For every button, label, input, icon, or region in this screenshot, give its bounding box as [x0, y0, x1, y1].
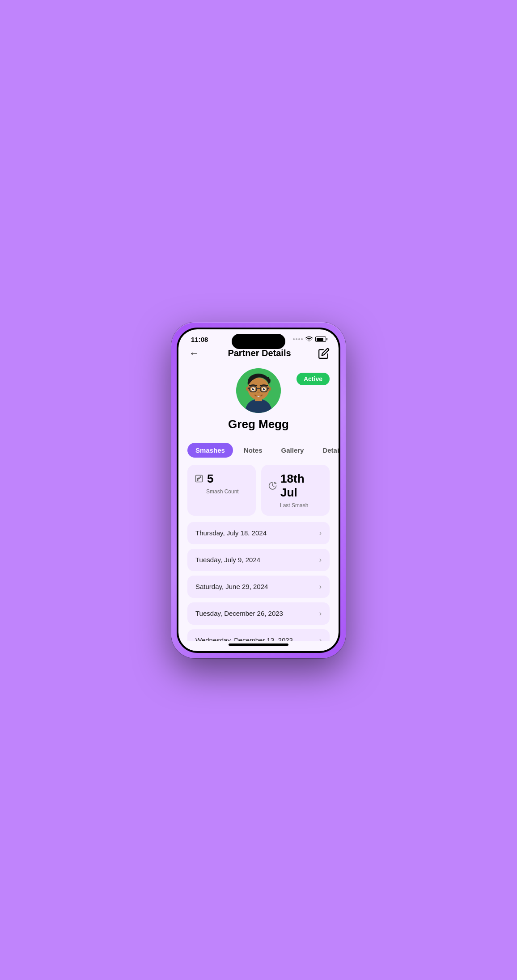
- chevron-icon-3: ›: [319, 610, 322, 618]
- profile-section: Active Greg Megg: [187, 368, 330, 437]
- date-text-2: Saturday, June 29, 2024: [195, 583, 268, 590]
- back-button[interactable]: ←: [187, 346, 201, 361]
- phone-screen: 11:08: [178, 329, 339, 651]
- date-text-3: Tuesday, December 26, 2023: [195, 610, 283, 617]
- svg-point-21: [197, 478, 199, 479]
- svg-point-13: [263, 388, 265, 390]
- date-text-1: Tuesday, July 9, 2024: [195, 556, 260, 564]
- wifi-icon: [305, 336, 313, 342]
- home-indicator[interactable]: [229, 644, 288, 646]
- svg-point-12: [252, 388, 254, 390]
- smash-count-icon-row: 5: [195, 472, 213, 486]
- tab-details[interactable]: Details: [314, 443, 339, 458]
- date-text-4: Wednesday, December 13, 2023: [195, 636, 293, 641]
- avatar: [236, 368, 281, 413]
- active-badge: Active: [297, 373, 330, 385]
- main-content: ← Partner Details: [178, 346, 339, 641]
- clock-refresh-icon: [268, 481, 277, 490]
- smash-count-value: 5: [207, 472, 213, 486]
- edit-icon[interactable]: [318, 348, 330, 359]
- tab-smashes[interactable]: Smashes: [187, 443, 233, 458]
- status-bar: 11:08: [178, 329, 339, 346]
- date-item-1[interactable]: Tuesday, July 9, 2024 ›: [187, 549, 330, 571]
- smash-count-card: 5 Smash Count: [187, 465, 256, 516]
- tab-gallery[interactable]: Gallery: [273, 443, 312, 458]
- signal-icon: [293, 338, 303, 340]
- svg-point-20: [200, 476, 201, 478]
- phone-inner: 11:08: [177, 328, 340, 653]
- last-smash-card: 18th Jul Last Smash: [261, 465, 330, 516]
- chevron-icon-2: ›: [319, 583, 322, 591]
- svg-point-18: [197, 479, 198, 481]
- status-time: 11:08: [191, 336, 208, 343]
- chevron-icon-0: ›: [319, 529, 322, 537]
- date-item-0[interactable]: Thursday, July 18, 2024 ›: [187, 522, 330, 544]
- battery-icon: [315, 336, 326, 342]
- svg-point-16: [257, 391, 260, 393]
- page-title: Partner Details: [228, 348, 291, 358]
- date-item-2[interactable]: Saturday, June 29, 2024 ›: [187, 576, 330, 598]
- last-smash-value: 18th Jul: [280, 472, 322, 500]
- date-text-0: Thursday, July 18, 2024: [195, 529, 267, 537]
- last-smash-label: Last Smash: [280, 502, 308, 509]
- status-icons: [293, 336, 326, 342]
- scatter-icon: [195, 474, 203, 483]
- stats-row: 5 Smash Count 18: [187, 465, 330, 516]
- date-item-4[interactable]: Wednesday, December 13, 2023 ›: [187, 629, 330, 641]
- dynamic-island: [232, 334, 285, 349]
- date-item-3[interactable]: Tuesday, December 26, 2023 ›: [187, 602, 330, 625]
- date-list: Thursday, July 18, 2024 › Tuesday, July …: [187, 522, 330, 641]
- profile-name: Greg Megg: [228, 417, 289, 431]
- smash-count-label: Smash Count: [206, 488, 239, 495]
- last-smash-icon-row: 18th Jul: [268, 472, 322, 500]
- svg-point-14: [253, 388, 254, 389]
- chevron-icon-4: ›: [319, 636, 322, 641]
- svg-point-15: [264, 388, 265, 389]
- tab-bar: Smashes Notes Gallery Details: [187, 443, 330, 458]
- chevron-icon-1: ›: [319, 556, 322, 564]
- phone-outer: 11:08: [171, 322, 346, 658]
- tab-notes[interactable]: Notes: [236, 443, 271, 458]
